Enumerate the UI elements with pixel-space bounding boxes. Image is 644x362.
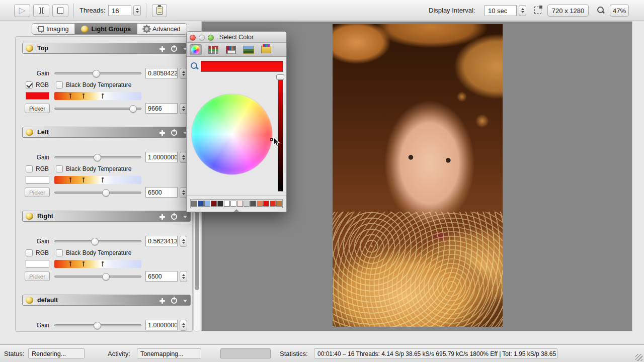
color-sliders-mode-button[interactable] (207, 44, 219, 55)
color-swatch[interactable] (237, 201, 243, 207)
gain-value-field[interactable]: 0.5623413 (145, 236, 178, 246)
checkbox-box[interactable] (56, 165, 63, 172)
dialog-titlebar[interactable]: Select Color (187, 32, 286, 43)
tab-imaging[interactable]: Imaging (32, 24, 75, 34)
temperature-stepper[interactable] (180, 271, 187, 282)
temperature-slider[interactable] (54, 187, 141, 198)
pause-button[interactable] (33, 4, 49, 17)
resolution-button[interactable]: 362 x 644 (547, 5, 589, 17)
checkbox-box[interactable] (26, 81, 33, 88)
color-palette-mode-button[interactable] (225, 44, 237, 55)
gain-slider[interactable] (54, 152, 141, 163)
slider-thumb[interactable] (129, 105, 137, 113)
color-swatch[interactable] (224, 201, 230, 207)
gain-stepper[interactable] (180, 320, 187, 331)
temperature-value-field[interactable]: 9666 (145, 103, 178, 114)
color-swatch[interactable] (217, 201, 223, 207)
color-wheel-mode-button[interactable] (190, 44, 202, 55)
swatch-drawer-handle[interactable] (234, 209, 239, 212)
tab-light-groups[interactable]: Light Groups (75, 24, 137, 34)
gain-slider[interactable] (54, 320, 141, 331)
power-icon[interactable] (171, 214, 177, 220)
crayons-mode-button[interactable] (260, 44, 272, 55)
resize-icon[interactable] (534, 7, 541, 14)
power-icon[interactable] (171, 298, 177, 304)
picker-button[interactable]: Picker (25, 104, 50, 113)
picker-button[interactable]: Picker (25, 272, 50, 281)
color-swatch[interactable] (191, 201, 197, 207)
display-interval-stepper[interactable] (519, 5, 526, 16)
zoom-level-button[interactable]: 47% (610, 5, 629, 17)
brightness-slider[interactable] (278, 77, 283, 192)
brightness-slider-thumb[interactable] (276, 74, 284, 80)
black-body-checkbox[interactable]: Black Body Temperature (56, 249, 132, 257)
temperature-value-field[interactable]: 6500 (145, 187, 178, 198)
light-group-header[interactable]: Top (22, 43, 191, 54)
color-swatch[interactable] (250, 201, 256, 207)
display-interval-field[interactable]: 10 sec (485, 5, 517, 16)
light-group-header[interactable]: default (22, 295, 191, 306)
zoom-magnifier-icon[interactable] (597, 6, 605, 14)
group-color-swatch[interactable] (26, 176, 49, 184)
close-window-button[interactable] (190, 35, 196, 41)
power-icon[interactable] (171, 130, 177, 136)
checkbox-box[interactable] (56, 249, 63, 256)
temperature-value-field[interactable]: 6500 (145, 271, 178, 282)
gain-stepper[interactable] (180, 236, 187, 247)
color-swatch[interactable] (257, 201, 263, 207)
slider-thumb[interactable] (93, 70, 100, 77)
minimize-window-button[interactable] (199, 35, 205, 41)
checkbox-box[interactable] (26, 249, 33, 256)
color-swatch[interactable] (276, 201, 282, 207)
color-swatch[interactable] (263, 201, 269, 207)
chevron-down-icon[interactable] (183, 216, 187, 218)
color-swatch[interactable] (198, 201, 204, 207)
color-swatch[interactable] (270, 201, 276, 207)
zoom-window-button[interactable] (208, 35, 214, 41)
color-loupe-icon[interactable] (190, 62, 199, 70)
color-swatch[interactable] (204, 201, 210, 207)
black-body-checkbox[interactable]: Black Body Temperature (56, 165, 132, 173)
rgb-checkbox[interactable]: RGB (26, 249, 49, 257)
gain-slider[interactable] (54, 236, 141, 247)
threads-stepper[interactable] (133, 5, 141, 16)
stop-button[interactable] (52, 4, 68, 17)
checkbox-box[interactable] (26, 165, 33, 172)
add-icon[interactable] (159, 298, 165, 304)
power-icon[interactable] (171, 46, 177, 52)
slider-thumb[interactable] (94, 322, 101, 329)
temperature-slider[interactable] (54, 103, 141, 114)
resize-grip[interactable] (635, 354, 642, 361)
group-color-swatch[interactable] (26, 260, 49, 267)
color-wheel[interactable] (192, 94, 272, 174)
gain-value-field[interactable]: 1.0000000 (145, 152, 178, 162)
add-icon[interactable] (159, 130, 165, 136)
slider-thumb[interactable] (102, 189, 110, 197)
play-button[interactable]: ▷ (14, 4, 30, 17)
color-wheel-marker[interactable] (270, 138, 273, 141)
gain-value-field[interactable]: 0.8058422 (145, 68, 178, 78)
gain-value-field[interactable]: 1.0000000 (145, 320, 178, 330)
temperature-slider[interactable] (54, 271, 141, 282)
slider-thumb[interactable] (102, 273, 110, 281)
tab-advanced[interactable]: Advanced (137, 24, 187, 34)
rgb-checkbox[interactable]: RGB (26, 81, 49, 89)
light-group-header[interactable]: Left (22, 127, 191, 138)
gain-slider[interactable] (54, 68, 141, 79)
color-swatch[interactable] (244, 201, 250, 207)
slider-thumb[interactable] (91, 238, 99, 245)
black-body-checkbox[interactable]: Black Body Temperature (56, 81, 132, 89)
threads-field[interactable]: 16 (108, 5, 131, 16)
copy-button[interactable] (152, 4, 167, 17)
checkbox-box[interactable] (56, 81, 63, 88)
color-swatch[interactable] (230, 201, 236, 207)
slider-thumb[interactable] (94, 154, 101, 161)
group-color-swatch[interactable] (26, 92, 49, 100)
light-group-header[interactable]: Right (22, 211, 191, 222)
add-icon[interactable] (159, 214, 165, 220)
image-palette-mode-button[interactable] (243, 44, 255, 55)
chevron-down-icon[interactable] (183, 300, 187, 302)
color-swatch[interactable] (211, 201, 217, 207)
add-icon[interactable] (159, 46, 165, 52)
rgb-checkbox[interactable]: RGB (26, 165, 49, 173)
